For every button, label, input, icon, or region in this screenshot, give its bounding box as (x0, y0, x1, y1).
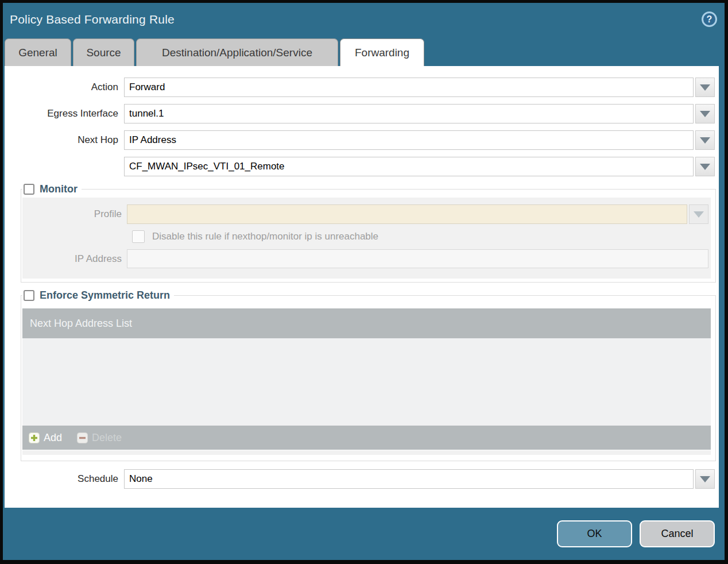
schedule-label: Schedule (5, 473, 124, 485)
next-hop-address-input[interactable] (124, 157, 694, 176)
title-bar: Policy Based Forwarding Rule ? (3, 3, 725, 36)
enforce-symmetric-return-legend: Enforce Symmetric Return (22, 289, 174, 302)
enforce-symmetric-return-checkbox[interactable] (24, 290, 34, 301)
chevron-down-icon (700, 476, 710, 482)
egress-interface-label: Egress Interface (5, 108, 124, 119)
add-button-label: Add (44, 432, 62, 444)
chevron-down-icon (700, 84, 710, 91)
schedule-input[interactable] (124, 469, 694, 489)
next-hop-address-row (5, 157, 715, 176)
dialog-footer: OK Cancel (3, 508, 725, 560)
next-hop-address-list-body[interactable] (22, 338, 711, 426)
action-input[interactable] (124, 78, 694, 97)
minus-icon (77, 432, 88, 443)
chevron-down-icon (700, 137, 710, 144)
schedule-dropdown-button[interactable] (695, 469, 715, 489)
next-hop-address-list-toolbar: Add Delete (22, 426, 711, 450)
disable-rule-label: Disable this rule if nexthop/monitor ip … (152, 231, 378, 242)
schedule-row: Schedule (5, 469, 715, 489)
table-scroll-strip (22, 450, 711, 455)
egress-interface-dropdown-button[interactable] (695, 104, 715, 123)
forwarding-tab-panel: Action Egress Interface Next Hop (5, 66, 719, 508)
monitor-ip-address-row: IP Address (22, 249, 708, 268)
disable-rule-row: Disable this rule if nexthop/monitor ip … (132, 230, 711, 243)
enforce-symmetric-return-group: Enforce Symmetric Return Next Hop Addres… (21, 289, 716, 461)
page-title: Policy Based Forwarding Rule (10, 13, 175, 26)
next-hop-address-dropdown-button[interactable] (695, 157, 715, 176)
profile-label: Profile (22, 208, 127, 220)
action-dropdown-button[interactable] (695, 78, 715, 97)
delete-button: Delete (77, 432, 122, 444)
egress-interface-input[interactable] (124, 104, 694, 123)
policy-based-forwarding-dialog: Policy Based Forwarding Rule ? General S… (3, 3, 725, 560)
next-hop-address-list-header: Next Hop Address List (22, 308, 711, 338)
plus-icon (29, 432, 40, 443)
tab-source[interactable]: Source (73, 38, 134, 66)
monitor-ip-address-input (127, 249, 708, 268)
action-label: Action (5, 82, 124, 93)
ok-button[interactable]: OK (557, 520, 632, 547)
tab-forwarding[interactable]: Forwarding (340, 38, 424, 66)
tab-general[interactable]: General (5, 38, 71, 66)
next-hop-type-dropdown-button[interactable] (695, 130, 715, 150)
profile-row: Profile (22, 204, 708, 224)
monitor-legend: Monitor (22, 183, 82, 195)
monitor-ip-address-label: IP Address (22, 253, 127, 265)
monitor-panel: Profile Disable this rule if nexthop/mon… (22, 198, 711, 279)
dialog-window: Policy Based Forwarding Rule ? General S… (0, 0, 728, 564)
cancel-button[interactable]: Cancel (640, 520, 715, 547)
monitor-checkbox[interactable] (24, 184, 34, 195)
enforce-symmetric-return-legend-label: Enforce Symmetric Return (40, 289, 170, 302)
tab-destination-application-service[interactable]: Destination/Application/Service (136, 38, 338, 66)
monitor-group: Monitor Profile Disable this rule if nex… (21, 183, 716, 283)
next-hop-address-list-table: Next Hop Address List Add (22, 308, 711, 455)
delete-button-label: Delete (92, 432, 122, 444)
profile-dropdown-button (689, 204, 708, 224)
chevron-down-icon (700, 111, 710, 117)
profile-input (127, 204, 687, 224)
next-hop-type-input[interactable] (124, 130, 694, 150)
next-hop-label: Next Hop (5, 134, 124, 146)
chevron-down-icon (700, 164, 710, 170)
disable-rule-checkbox (132, 230, 145, 243)
action-row: Action (5, 78, 715, 97)
chevron-down-icon (694, 211, 704, 218)
add-button[interactable]: Add (29, 432, 62, 444)
monitor-legend-label: Monitor (40, 183, 78, 195)
egress-interface-row: Egress Interface (5, 104, 715, 123)
next-hop-type-row: Next Hop (5, 130, 715, 150)
help-icon[interactable]: ? (702, 11, 717, 27)
tab-bar: General Source Destination/Application/S… (3, 36, 725, 66)
